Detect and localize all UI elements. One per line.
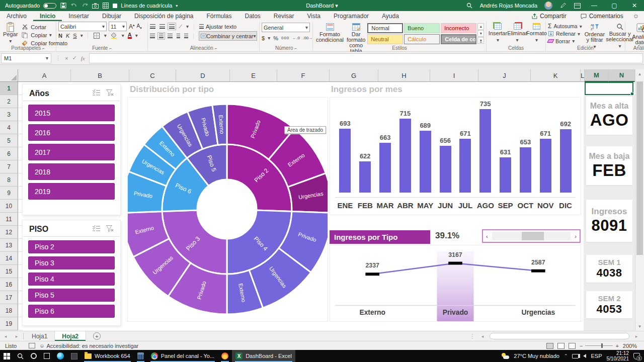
cell-style-cálculo[interactable]: Cálculo [404,34,440,44]
enter-icon[interactable]: ✓ [72,55,76,61]
minimize-button[interactable]: — [588,2,601,9]
sheet-prev-icon[interactable]: ◂ [0,331,11,341]
fill-color-icon[interactable] [110,32,118,39]
tray-expand-icon[interactable]: ⌃ [564,353,568,358]
row-header-19[interactable]: 19 [0,317,18,330]
type-scrollbar[interactable]: ‹ › [482,229,581,243]
tab-revisar[interactable]: Revisar [267,11,301,21]
row-header-15[interactable]: 15 [0,265,18,278]
tab-disposición-de-página[interactable]: Disposición de página [128,11,200,21]
column-header-E[interactable]: E [230,69,277,82]
autosave-toggle[interactable] [43,3,56,9]
borders-icon[interactable] [93,32,101,39]
tab-archivo[interactable]: Archivo [0,11,33,21]
cancel-icon[interactable]: × [65,55,68,61]
column-header-N[interactable]: N [609,69,635,82]
clear-filter-icon[interactable] [106,89,114,98]
column-header-G[interactable]: G [330,69,378,82]
row-header-10[interactable]: 10 [0,200,18,213]
zoom-slider[interactable]: −+ [580,343,619,349]
insert-cells-button[interactable]: Insertar▾ [489,23,507,44]
vscroll-thumb[interactable] [636,81,643,255]
slicer-button-2016[interactable]: 2016 [28,124,115,141]
decrease-indent-icon[interactable] [177,34,181,38]
column-header-A[interactable]: A [18,69,71,82]
name-box[interactable]: M1▾ [1,53,51,63]
row-header-7[interactable]: 7 [0,160,18,173]
column-header-B[interactable]: B [71,69,129,82]
table-icon[interactable] [102,2,109,9]
decrease-font-icon[interactable]: A▾ [137,23,142,30]
maximize-button[interactable]: ▢ [608,2,621,9]
slicer-button-piso-3[interactable]: Piso 3 [28,256,115,269]
share-button[interactable]: Compartir [527,12,571,21]
qat-dropdown-icon[interactable]: ▾ [176,4,178,8]
redo-icon[interactable] [81,2,88,9]
row-header-1[interactable]: 1 [0,82,18,95]
percent-icon[interactable]: % [273,35,278,41]
increase-font-icon[interactable]: A▴ [129,23,135,30]
row-header-12[interactable]: 12 [0,226,18,239]
volume-icon[interactable] [583,354,586,358]
tab-fórmulas[interactable]: Fórmulas [200,11,238,21]
edge-icon[interactable] [53,350,67,362]
selected-cell-m1[interactable] [585,82,633,95]
taskbar-workbook[interactable]: Workbook 654 [81,350,134,362]
taskbar-excel[interactable]: XDashBoard - Excel [232,350,295,362]
align-middle-icon[interactable] [159,24,165,29]
zoom-level[interactable]: 200% [623,343,637,349]
autosum-button[interactable]: ΣAutosuma▾ [548,23,582,30]
align-left-icon[interactable] [150,34,155,38]
column-header-C[interactable]: C [129,69,176,82]
orientation-icon[interactable]: ⟋ [179,24,182,30]
fill-button[interactable]: Rellenar▾ [548,30,582,37]
camera-icon[interactable] [92,2,99,9]
row-header-2[interactable]: 2 [0,95,18,108]
font-size-select[interactable]: 11▾ [109,22,127,31]
multiselect-icon[interactable] [92,225,100,233]
fx-icon[interactable]: fx [81,55,85,61]
number-format-select[interactable]: General▾ [262,23,310,32]
feedback-icon[interactable]: ☺ [633,13,639,20]
orange-app-icon[interactable] [218,350,232,362]
scroll-left-icon[interactable]: ‹ [483,233,491,239]
merge-center-button[interactable]: Combinar y centrar▾ [199,31,257,41]
cell-style-normal[interactable]: Normal [367,23,403,33]
cortana-icon[interactable] [27,350,40,362]
add-sheet-icon[interactable]: + [93,332,101,340]
formula-input[interactable] [89,53,643,63]
scroll-track[interactable] [492,232,571,240]
conditional-formatting-button[interactable]: Formato condicional [315,23,345,44]
font-name-select[interactable]: Calibri▾ [58,22,107,31]
ribbon-display-icon[interactable] [574,2,581,9]
align-right-icon[interactable] [168,34,173,38]
hscroll-left-icon[interactable]: ◂ [477,334,488,339]
tab-inicio[interactable]: Inicio [33,11,62,21]
multiselect-icon[interactable] [92,89,100,98]
clear-button[interactable]: Borrar▾ [548,38,582,44]
increase-indent-icon[interactable] [184,34,188,38]
language-indicator[interactable]: ESP [591,353,602,359]
align-center-icon[interactable] [159,34,164,38]
close-button[interactable]: ✕ [628,2,641,9]
scroll-down-icon[interactable]: ▾ [635,324,644,329]
weather-icon[interactable] [501,353,509,359]
cell-style-bueno[interactable]: Bueno [404,23,440,33]
tab-programador[interactable]: Programador [327,11,375,21]
cell-style-celda-de-co-[interactable]: Celda de co... [441,34,476,44]
increase-decimal-icon[interactable]: ←.0 [292,36,300,40]
clear-filter-icon[interactable] [106,225,114,233]
row-header-6[interactable]: 6 [0,147,18,160]
bold-button[interactable]: N [58,33,62,39]
row-header-3[interactable]: 3 [0,108,18,121]
slicer-button-piso-6[interactable]: Piso 6 [28,305,115,318]
row-header-14[interactable]: 14 [0,252,18,265]
row-header-16[interactable]: 16 [0,278,18,291]
column-header-K[interactable]: K [531,69,581,82]
avatar[interactable] [544,2,552,10]
scroll-thumb[interactable] [522,232,544,240]
row-header-5[interactable]: 5 [0,134,18,147]
row-header-18[interactable]: 18 [0,304,18,317]
undo-icon[interactable] [70,2,77,9]
select-all-corner[interactable] [0,69,18,82]
